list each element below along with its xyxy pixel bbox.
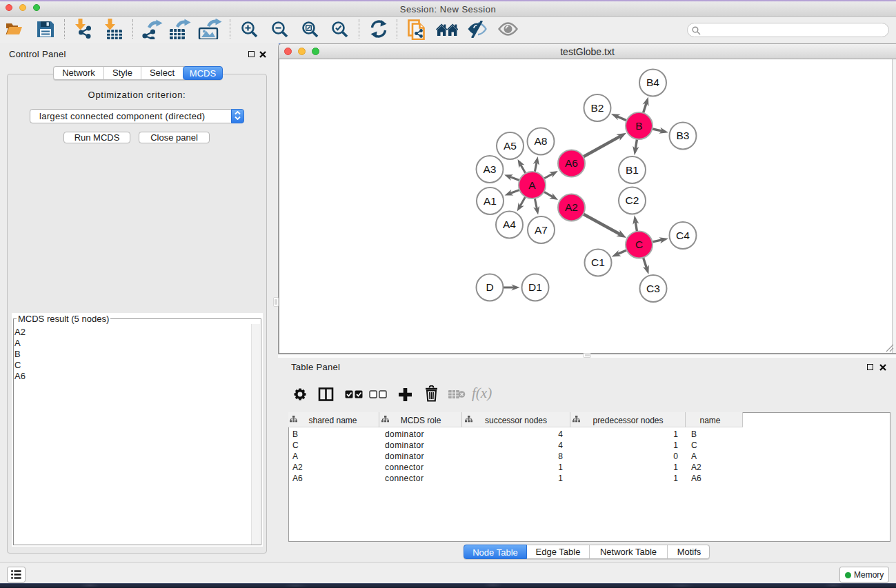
svg-text:A4: A4 — [503, 219, 516, 230]
svg-text:A3: A3 — [484, 163, 497, 175]
svg-text:A5: A5 — [504, 140, 517, 152]
svg-text:D1: D1 — [528, 281, 542, 293]
svg-text:A2: A2 — [565, 201, 578, 213]
svg-text:A6: A6 — [565, 157, 578, 169]
svg-text:A8: A8 — [535, 135, 548, 147]
svg-text:A: A — [528, 179, 536, 191]
svg-text:B3: B3 — [677, 130, 690, 141]
svg-text:B: B — [635, 120, 642, 132]
svg-text:D: D — [486, 281, 493, 293]
svg-text:C2: C2 — [626, 194, 639, 206]
svg-text:A1: A1 — [484, 195, 497, 207]
svg-text:B2: B2 — [591, 102, 604, 114]
svg-text:C: C — [635, 239, 643, 250]
svg-text:A7: A7 — [535, 224, 548, 236]
svg-text:B4: B4 — [646, 77, 659, 88]
svg-text:C4: C4 — [676, 230, 690, 241]
svg-text:B1: B1 — [626, 164, 639, 176]
svg-text:C3: C3 — [646, 283, 660, 294]
svg-text:C1: C1 — [591, 256, 605, 268]
